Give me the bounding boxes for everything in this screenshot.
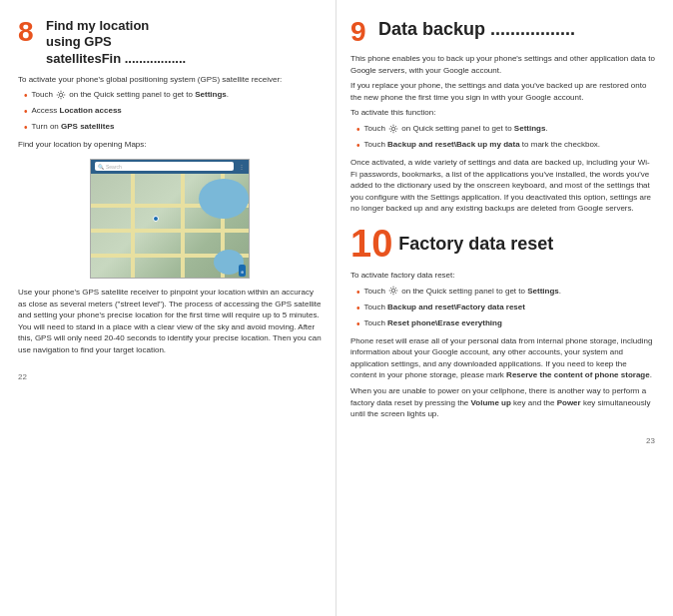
map-search-icon: 🔍 [98, 164, 104, 170]
map-road-v2 [181, 174, 185, 279]
bullet-text-s10-1: Touch on the Quick setting panel to get … [364, 286, 561, 298]
map-road-v1 [131, 174, 135, 279]
left-page-number: 22 [18, 364, 27, 381]
section9-bullet-1: • Touch on Quick setting panel to get to… [350, 123, 655, 137]
section9-title: Data backup ................. [378, 18, 575, 41]
section10-header: 10 Factory data reset [350, 225, 655, 263]
section8-title-line2: using GPS [46, 34, 186, 50]
bullet-dot-1: • [24, 89, 28, 103]
map-location-dot [153, 216, 159, 222]
section8-number: 8 [18, 18, 40, 46]
section9-bullet-2: • Touch Backup and reset\Back up my data… [350, 139, 655, 153]
bullet-dot-2: • [24, 105, 28, 119]
map-image: 🔍 Search ⋮ ⊕ [90, 159, 250, 279]
bullet-dot-s10-3: • [356, 317, 360, 331]
section10-para2: When you are unable to power on your cel… [350, 385, 655, 420]
svg-point-0 [59, 93, 63, 97]
section10-intro: To activate factory data reset: [350, 270, 655, 282]
left-column: 8 Find my location using GPS satellitesF… [0, 0, 336, 616]
section8-bullet-2: • Access Location access [18, 105, 322, 119]
bullet-dot-s9-1: • [356, 123, 360, 137]
section8-title-line1: Find my location [46, 18, 186, 34]
section8-body: Use your phone's GPS satellite receiver … [18, 287, 322, 356]
section10-title-text: Factory data reset [398, 233, 553, 256]
map-road-h2 [91, 229, 250, 233]
section9-number: 9 [350, 18, 372, 46]
map-search-bar: 🔍 Search [95, 162, 234, 171]
section8-header: 8 Find my location using GPS satellitesF… [18, 18, 322, 67]
right-footer: 23 [350, 428, 655, 445]
gear-icon-1 [56, 90, 66, 100]
map-water-1 [199, 179, 249, 219]
bullet-text-2: Access Location access [32, 105, 122, 117]
map-header-bar: 🔍 Search ⋮ [91, 160, 249, 174]
section10-number: 10 [350, 225, 392, 263]
section10-para1-bold: Reserve the content of phone storage [506, 370, 650, 379]
section10-bullet-3: • Touch Reset phone\Erase everything [350, 317, 655, 331]
bullet-text-1: Touch on the Quick setting panel to get … [32, 89, 229, 101]
section8-bullet-3: • Turn on GPS satellites [18, 121, 322, 135]
section8-bullet-1: • Touch on the Quick setting panel to ge… [18, 89, 322, 103]
bullet-dot-3: • [24, 121, 28, 135]
section10-para2-bold2: Power [557, 398, 581, 407]
map-menu-icon: ⋮ [239, 163, 245, 170]
section10-para1: Phone reset will erase all of your perso… [350, 335, 655, 381]
bullet-dot-s9-2: • [356, 139, 360, 153]
section8-title: Find my location using GPS satellitesFin… [46, 18, 186, 67]
map-search-text: Search [106, 164, 122, 170]
right-page-number: 23 [646, 428, 655, 445]
left-footer: 22 [18, 364, 322, 381]
section9-title-text: Data backup ................. [378, 18, 575, 41]
bullet-dot-s10-2: • [356, 302, 360, 315]
page: 8 Find my location using GPS satellitesF… [0, 0, 673, 616]
bullet-text-s10-2: Touch Backup and reset\Factory data rese… [364, 302, 525, 313]
svg-point-1 [391, 127, 395, 131]
section10-para2-mid: key and the [513, 398, 554, 407]
bullet-text-s9-1: Touch on Quick setting panel to get to S… [364, 123, 548, 135]
gear-icon-s10-1 [388, 286, 398, 296]
gear-icon-s9-1 [388, 124, 398, 134]
gps-icon: ⊕ [241, 270, 244, 275]
section10-para1-end: . [650, 370, 652, 379]
map-body: ⊕ [91, 174, 249, 279]
section8-intro: To activate your phone's global position… [18, 74, 322, 86]
section9-header: 9 Data backup ................. [350, 18, 655, 46]
section10-bullet-2: • Touch Backup and reset\Factory data re… [350, 302, 655, 315]
section9-para3: Once activated, a wide variety of settin… [350, 157, 655, 215]
bullet-text-3: Turn on GPS satellites [32, 121, 115, 133]
section10-title-wrap: Factory data reset [398, 225, 553, 256]
map-gps-indicator: ⊕ [239, 265, 246, 277]
bullet-text-s10-3: Touch Reset phone\Erase everything [364, 317, 502, 329]
map-caption: Find your location by opening Maps: [18, 139, 322, 151]
section8-title-line3: satellitesFin ................. [46, 51, 186, 67]
right-column: 9 Data backup ................. This pho… [336, 0, 673, 616]
section10-para2-bold1: Volume up [471, 398, 511, 407]
section10-bullet-1: • Touch on the Quick setting panel to ge… [350, 286, 655, 300]
section9-para1: This phone enables you to back up your p… [350, 53, 655, 76]
bullet-text-s9-2: Touch Backup and reset\Back up my data t… [364, 139, 601, 151]
section9-activate: To activate this function: [350, 107, 655, 119]
section9-para2: If you replace your phone, the settings … [350, 80, 655, 103]
bullet-dot-s10-1: • [356, 286, 360, 300]
svg-point-2 [391, 290, 395, 294]
